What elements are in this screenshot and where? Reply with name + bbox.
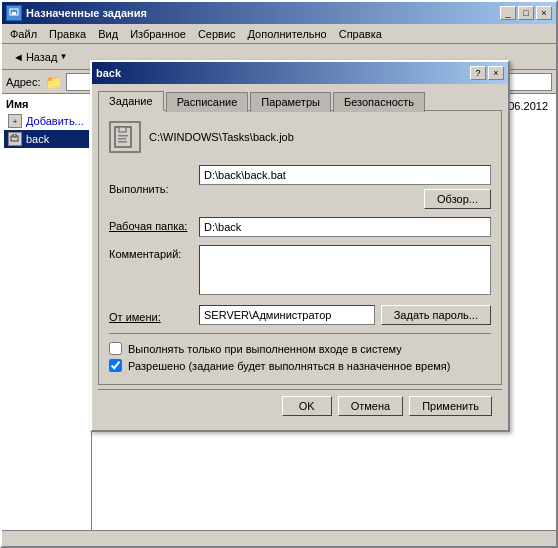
svg-rect-5 xyxy=(119,127,126,132)
back-arrow-icon: ◄ xyxy=(13,51,24,63)
tab-schedule[interactable]: Расписание xyxy=(166,92,249,112)
separator1 xyxy=(109,333,491,334)
tab-panel-task: C:\WINDOWS\Tasks\back.job Выполнить: Обз… xyxy=(98,111,502,385)
menu-additional[interactable]: Дополнительно xyxy=(242,26,333,42)
back-button[interactable]: ◄ Назад ▼ xyxy=(6,46,74,68)
menu-view[interactable]: Вид xyxy=(92,26,124,42)
workdir-input[interactable] xyxy=(199,217,491,237)
comment-input[interactable] xyxy=(199,245,491,295)
svg-rect-7 xyxy=(118,138,126,140)
run-input-area: Обзор... xyxy=(199,165,491,209)
tabs: Задание Расписание Параметры Безопасност… xyxy=(98,90,502,111)
checkbox2-label: Разрешено (задание будет выполняться в н… xyxy=(128,360,450,372)
dialog-close-button[interactable]: × xyxy=(488,66,504,80)
user-label: От имени: xyxy=(109,308,199,323)
checkbox1[interactable] xyxy=(109,342,122,355)
run-label: Выполнить: xyxy=(109,180,199,195)
back-label: Назад xyxy=(26,51,58,63)
set-password-button[interactable]: Задать пароль... xyxy=(381,305,491,325)
folder-icon: 📁 xyxy=(45,74,62,90)
menu-file[interactable]: Файл xyxy=(4,26,43,42)
close-button[interactable]: × xyxy=(536,6,552,20)
dialog-title-bar: back ? × xyxy=(92,62,508,84)
task-filepath: C:\WINDOWS\Tasks\back.job xyxy=(149,131,294,143)
sidebar-item-add[interactable]: + Добавить... xyxy=(4,112,89,130)
maximize-button[interactable]: □ xyxy=(518,6,534,20)
add-task-icon: + xyxy=(8,114,22,128)
tab-security[interactable]: Безопасность xyxy=(333,92,425,112)
svg-rect-1 xyxy=(12,12,16,15)
svg-rect-8 xyxy=(118,141,127,143)
outer-window-title: Назначенные задания xyxy=(26,7,147,19)
sidebar: Имя + Добавить... back xyxy=(2,94,92,530)
menu-bar: Файл Правка Вид Избранное Сервис Дополни… xyxy=(2,24,556,44)
browse-button[interactable]: Обзор... xyxy=(424,189,491,209)
dialog-bottom-buttons: OK Отмена Применить xyxy=(98,389,502,424)
sidebar-header: Имя xyxy=(4,96,89,112)
task-big-icon xyxy=(109,121,141,153)
user-input[interactable] xyxy=(199,305,375,325)
dialog-body: Задание Расписание Параметры Безопасност… xyxy=(92,84,508,430)
user-row: От имени: Задать пароль... xyxy=(109,305,491,325)
svg-rect-3 xyxy=(13,134,16,137)
address-label: Адрес: xyxy=(6,76,41,88)
horizontal-scrollbar[interactable] xyxy=(2,530,556,546)
svg-rect-6 xyxy=(118,135,128,137)
workdir-row: Рабочая папка: xyxy=(109,217,491,237)
minimize-button[interactable]: _ xyxy=(500,6,516,20)
checkbox1-row: Выполнять только при выполненном входе в… xyxy=(109,342,491,355)
dialog-help-button[interactable]: ? xyxy=(470,66,486,80)
back-dropdown-icon: ▼ xyxy=(59,52,67,61)
cancel-button[interactable]: Отмена xyxy=(338,396,403,416)
ok-button[interactable]: OK xyxy=(282,396,332,416)
menu-help[interactable]: Справка xyxy=(333,26,388,42)
menu-service[interactable]: Сервис xyxy=(192,26,242,42)
outer-title-bar: Назначенные задания _ □ × xyxy=(2,2,556,24)
dialog-title: back xyxy=(96,67,121,79)
run-label-text: Выполнить: xyxy=(109,183,169,195)
menu-favorites[interactable]: Избранное xyxy=(124,26,192,42)
checkbox2[interactable] xyxy=(109,359,122,372)
workdir-label: Рабочая папка: xyxy=(109,217,199,232)
tab-task[interactable]: Задание xyxy=(98,91,164,111)
comment-label: Комментарий: xyxy=(109,245,199,260)
checkbox1-label: Выполнять только при выполненном входе в… xyxy=(128,343,402,355)
sidebar-item-back[interactable]: back xyxy=(4,130,89,148)
dialog-back: back ? × Задание Расписание Параметры Бе… xyxy=(90,60,510,432)
checkbox2-row: Разрешено (задание будет выполняться в н… xyxy=(109,359,491,372)
window-icon xyxy=(6,5,22,21)
menu-edit[interactable]: Правка xyxy=(43,26,92,42)
run-input[interactable] xyxy=(199,165,491,185)
task-file-header: C:\WINDOWS\Tasks\back.job xyxy=(109,121,491,153)
apply-button[interactable]: Применить xyxy=(409,396,492,416)
comment-row: Комментарий: xyxy=(109,245,491,297)
run-row: Выполнить: Обзор... xyxy=(109,165,491,209)
back-task-icon xyxy=(8,132,22,146)
tab-params[interactable]: Параметры xyxy=(250,92,331,112)
